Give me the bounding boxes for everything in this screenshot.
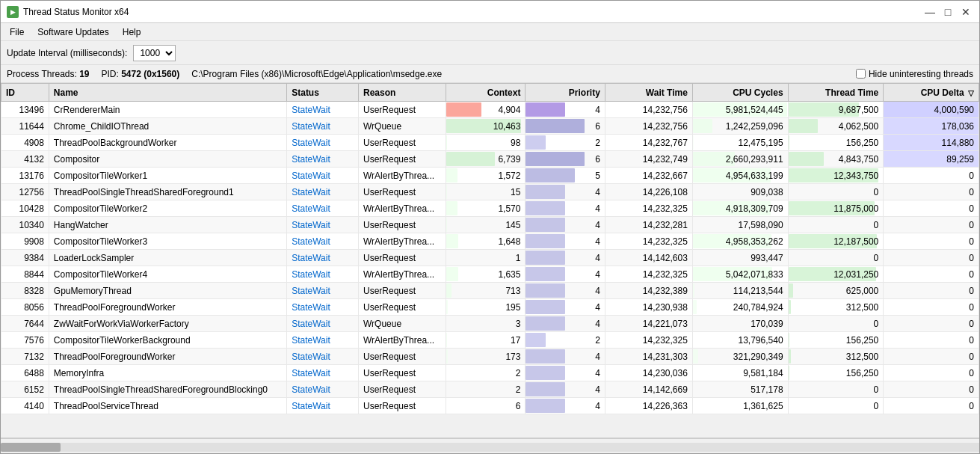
status-link[interactable]: StateWait xyxy=(292,401,330,411)
table-row[interactable]: 7576 CompositorTileWorkerBackground Stat… xyxy=(1,332,979,349)
priority-value: 4 xyxy=(530,286,600,296)
cell-wait-time: 14,232,667 xyxy=(605,168,692,184)
cell-name: CompositorTileWorker3 xyxy=(49,233,286,250)
cell-name: ThreadPoolSingleThreadSharedForeground1 xyxy=(49,184,286,200)
status-link[interactable]: StateWait xyxy=(292,203,330,214)
interval-select[interactable]: 100 250 500 1000 2000 5000 xyxy=(133,45,176,61)
table-row[interactable]: 9908 CompositorTileWorker3 StateWait WrA… xyxy=(1,233,979,250)
table-body: 13496 CrRendererMain StateWait UserReque… xyxy=(1,102,979,414)
cell-cpu-cycles: 17,598,090 xyxy=(692,217,788,233)
table-row[interactable]: 13176 CompositorTileWorker1 StateWait Wr… xyxy=(1,168,979,184)
context-value: 145 xyxy=(451,220,520,230)
status-link[interactable]: StateWait xyxy=(292,236,330,247)
cell-cpu-cycles: 909,038 xyxy=(692,184,788,200)
cell-context: 1,648 xyxy=(446,233,526,250)
status-link[interactable]: StateWait xyxy=(292,368,330,378)
status-link[interactable]: StateWait xyxy=(292,335,330,346)
status-link[interactable]: StateWait xyxy=(292,384,330,395)
scrollbar-thumb[interactable] xyxy=(1,443,61,452)
table-header-row: ID Name Status Reason Context Priority W… xyxy=(1,84,979,102)
table-row[interactable]: 7644 ZwWaitForWorkViaWorkerFactory State… xyxy=(1,316,979,332)
status-link[interactable]: StateWait xyxy=(292,105,330,115)
table-row[interactable]: 12756 ThreadPoolSingleThreadSharedForegr… xyxy=(1,184,979,200)
status-link[interactable]: StateWait xyxy=(292,187,330,197)
status-link[interactable]: StateWait xyxy=(292,171,330,181)
cell-priority: 4 xyxy=(526,316,605,332)
table-row[interactable]: 6152 ThreadPoolSingleThreadSharedForegro… xyxy=(1,381,979,398)
cell-reason: UserRequest xyxy=(358,349,446,365)
priority-value: 2 xyxy=(530,335,600,346)
thread-time-value: 0 xyxy=(793,401,879,411)
cell-priority: 2 xyxy=(526,332,605,349)
col-header-id[interactable]: ID xyxy=(1,84,49,102)
threads-value: 19 xyxy=(79,69,89,79)
cell-context: 1,572 xyxy=(446,168,526,184)
table-row[interactable]: 11644 Chrome_ChildIOThread StateWait WrQ… xyxy=(1,118,979,135)
status-link[interactable]: StateWait xyxy=(292,319,330,329)
priority-value: 4 xyxy=(530,368,600,378)
cell-status: StateWait xyxy=(287,135,359,151)
status-link[interactable]: StateWait xyxy=(292,220,330,230)
hide-uninteresting-checkbox[interactable] xyxy=(856,69,866,79)
col-header-wait-time[interactable]: Wait Time xyxy=(605,84,692,102)
table-row[interactable]: 8844 CompositorTileWorker4 StateWait WrA… xyxy=(1,266,979,283)
col-header-cpu-cycles[interactable]: CPU Cycles xyxy=(692,84,788,102)
context-value: 3 xyxy=(451,319,520,329)
cell-status: StateWait xyxy=(287,217,359,233)
cell-cpu-delta: 0 xyxy=(884,299,979,316)
table-row[interactable]: 10428 CompositorTileWorker2 StateWait Wr… xyxy=(1,200,979,217)
cell-reason: UserRequest xyxy=(358,283,446,299)
status-link[interactable]: StateWait xyxy=(292,154,330,165)
status-link[interactable]: StateWait xyxy=(292,286,330,296)
context-value: 195 xyxy=(451,302,520,313)
table-row[interactable]: 4140 ThreadPoolServiceThread StateWait U… xyxy=(1,398,979,414)
status-link[interactable]: StateWait xyxy=(292,352,330,362)
col-header-thread-time[interactable]: Thread Time xyxy=(788,84,884,102)
cell-wait-time: 14,230,036 xyxy=(605,365,692,381)
thread-time-value: 11,875,000 xyxy=(793,203,879,214)
cell-cpu-delta: 89,259 xyxy=(884,151,979,168)
table-row[interactable]: 6488 MemoryInfra StateWait UserRequest 2… xyxy=(1,365,979,381)
table-row[interactable]: 4908 ThreadPoolBackgroundWorker StateWai… xyxy=(1,135,979,151)
table-row[interactable]: 8328 GpuMemoryThread StateWait UserReque… xyxy=(1,283,979,299)
menu-help[interactable]: Help xyxy=(117,25,147,39)
table-row[interactable]: 10340 HangWatcher StateWait UserRequest … xyxy=(1,217,979,233)
status-link[interactable]: StateWait xyxy=(292,302,330,313)
cell-priority: 6 xyxy=(526,118,605,135)
cell-cpu-cycles: 2,660,293,911 xyxy=(692,151,788,168)
scrollbar-area xyxy=(1,438,979,454)
cell-id: 8056 xyxy=(1,299,49,316)
cell-status: StateWait xyxy=(287,283,359,299)
maximize-button[interactable]: □ xyxy=(940,4,955,19)
table-row[interactable]: 7132 ThreadPoolForegroundWorker StateWai… xyxy=(1,349,979,365)
cell-cpu-delta: 0 xyxy=(884,365,979,381)
table-row[interactable]: 8056 ThreadPoolForegroundWorker StateWai… xyxy=(1,299,979,316)
col-header-status[interactable]: Status xyxy=(287,84,359,102)
table-row[interactable]: 13496 CrRendererMain StateWait UserReque… xyxy=(1,102,979,118)
menu-file[interactable]: File xyxy=(4,25,30,39)
status-link[interactable]: StateWait xyxy=(292,138,330,148)
col-header-context[interactable]: Context xyxy=(446,84,526,102)
menu-software-updates[interactable]: Software Updates xyxy=(31,25,114,39)
horizontal-scrollbar[interactable] xyxy=(1,443,979,452)
status-link[interactable]: StateWait xyxy=(292,253,330,263)
minimize-button[interactable]: — xyxy=(922,4,937,19)
cell-wait-time: 14,232,767 xyxy=(605,135,692,151)
col-header-name[interactable]: Name xyxy=(49,84,286,102)
table-row[interactable]: 9384 LoaderLockSampler StateWait UserReq… xyxy=(1,250,979,266)
title-bar: ▶ Thread Status Monitor x64 — □ ✕ xyxy=(1,1,979,23)
col-header-priority[interactable]: Priority xyxy=(526,84,605,102)
cell-reason: UserRequest xyxy=(358,381,446,398)
hide-uninteresting-label: Hide uninteresting threads xyxy=(869,69,973,79)
cell-context: 2 xyxy=(446,381,526,398)
col-header-reason[interactable]: Reason xyxy=(358,84,446,102)
table-row[interactable]: 4132 Compositor StateWait UserRequest 6,… xyxy=(1,151,979,168)
cpu-cycles-value: 17,598,090 xyxy=(697,220,783,230)
thread-time-value: 12,031,250 xyxy=(793,269,879,280)
cell-id: 8844 xyxy=(1,266,49,283)
status-link[interactable]: StateWait xyxy=(292,269,330,280)
cell-id: 7576 xyxy=(1,332,49,349)
cell-status: StateWait xyxy=(287,184,359,200)
close-button[interactable]: ✕ xyxy=(958,4,973,19)
status-link[interactable]: StateWait xyxy=(292,121,330,132)
